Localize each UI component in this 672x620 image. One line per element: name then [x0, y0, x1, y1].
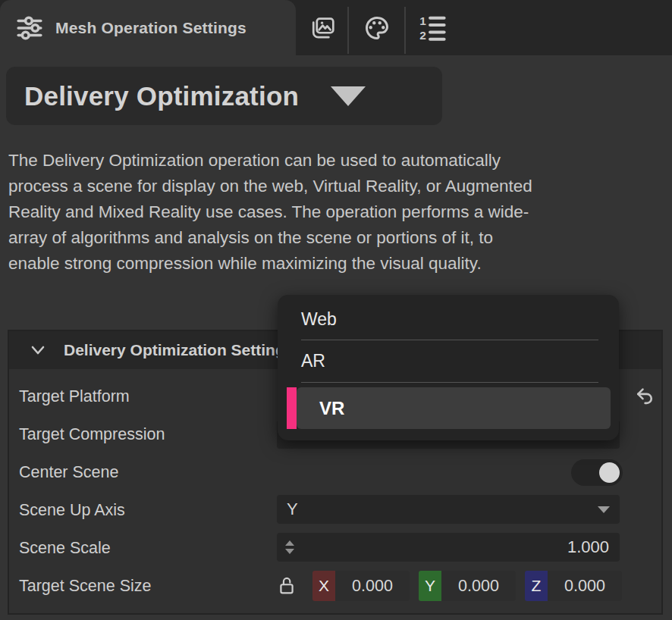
label-center-scene: Center Scene: [19, 457, 118, 487]
operation-title: Delivery Optimization: [6, 81, 299, 111]
label-target-scene-size: Target Scene Size: [19, 571, 152, 601]
menu-divider: [301, 340, 598, 340]
scene-up-axis-select[interactable]: Y: [277, 495, 620, 524]
label-target-platform: Target Platform: [19, 381, 130, 412]
scene-scale-value: 1.000: [567, 537, 609, 557]
menu-item-ar[interactable]: AR: [278, 341, 619, 380]
description-line: Reality and Mixed Reality use cases. The…: [8, 199, 532, 225]
axis-z-badge: Z: [525, 571, 548, 601]
menu-item-vr-label: VR: [297, 398, 344, 419]
description-line: process a scene for display on the web, …: [8, 174, 532, 199]
menu-item-vr[interactable]: VR: [278, 387, 619, 429]
platform-dropdown-menu: Web AR VR: [278, 295, 619, 440]
unlock-icon: [276, 575, 297, 597]
selection-indicator: [287, 387, 297, 429]
caret-down-icon: [598, 506, 610, 513]
scene-size-x-input[interactable]: 0.000: [335, 571, 410, 601]
image-icon: [310, 15, 336, 41]
tab-bar: Mesh Operation Settings: [0, 0, 672, 55]
scene-scale-input[interactable]: 1.000: [277, 533, 620, 562]
description-line: array of algorithms and analysis on the …: [8, 225, 532, 251]
scene-size-z-input[interactable]: 0.000: [548, 571, 622, 601]
tab-separator: [347, 7, 349, 54]
undo-icon: [633, 385, 657, 408]
palette-icon: [363, 14, 391, 42]
label-scene-scale: Scene Scale: [19, 533, 111, 563]
label-scene-up-axis: Scene Up Axis: [19, 495, 125, 525]
tab-separator: [404, 7, 406, 54]
reset-target-platform-button[interactable]: [626, 380, 663, 412]
svg-text:2: 2: [419, 29, 426, 42]
center-scene-toggle[interactable]: [571, 459, 623, 486]
mesh-operation-settings-panel: Mesh Operation Settings: [0, 0, 672, 620]
scene-up-axis-value: Y: [277, 499, 298, 519]
menu-divider: [301, 382, 598, 383]
svg-text:1: 1: [419, 14, 426, 27]
operation-description: The Delivery Optimization operation can …: [8, 148, 532, 277]
menu-item-web[interactable]: Web: [278, 299, 619, 339]
axis-y-badge: Y: [419, 571, 441, 601]
sliders-icon: [15, 14, 44, 42]
scene-size-y-input[interactable]: 0.000: [441, 571, 516, 601]
toggle-knob: [599, 462, 620, 483]
axis-lock-toggle[interactable]: [273, 572, 300, 600]
description-line: The Delivery Optimization operation can …: [8, 148, 532, 174]
numbered-list-icon: 1 2: [419, 14, 447, 42]
section-title: Delivery Optimization Settings: [64, 341, 294, 359]
caret-down-icon: [331, 86, 366, 106]
description-line: enable strong compression while maximizi…: [8, 251, 532, 277]
tab-textures[interactable]: [300, 0, 347, 55]
stepper-arrows-icon[interactable]: [285, 540, 294, 554]
chevron-down-icon: [29, 343, 47, 358]
tab-label: Mesh Operation Settings: [55, 19, 247, 37]
tab-materials[interactable]: [350, 0, 404, 55]
operation-selector[interactable]: Delivery Optimization: [6, 67, 442, 125]
menu-item-vr-highlight: VR: [297, 387, 611, 429]
label-target-compression: Target Compression: [19, 419, 165, 449]
tab-mesh-operation-settings[interactable]: Mesh Operation Settings: [0, 0, 296, 55]
axis-x-badge: X: [312, 571, 335, 601]
tab-operation-list[interactable]: 1 2: [407, 0, 460, 55]
